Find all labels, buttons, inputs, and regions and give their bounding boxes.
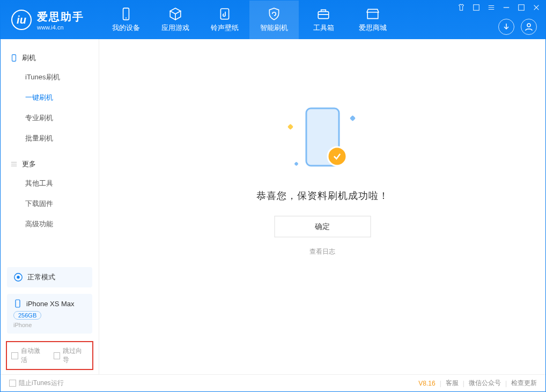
topbar-actions [498, 19, 537, 35]
nav-toolbox[interactable]: 工具箱 [299, 1, 348, 39]
cube-icon [168, 7, 182, 21]
logo[interactable]: iu 爱思助手 www.i4.cn [1, 10, 95, 31]
user-button[interactable] [521, 19, 537, 35]
svg-rect-3 [318, 12, 329, 19]
svg-point-6 [527, 24, 530, 27]
svg-rect-5 [519, 5, 525, 11]
device-name: iPhone XS Max [26, 300, 75, 308]
sidebar-item-itunes-flash[interactable]: iTunes刷机 [1, 67, 99, 87]
sidebar-item-other-tools[interactable]: 其他工具 [1, 173, 99, 194]
menu-icon[interactable] [486, 3, 496, 12]
toolbox-icon [316, 7, 330, 21]
nav-store[interactable]: 爱思商城 [348, 1, 397, 39]
status-bar: 阻止iTunes运行 V8.16 | 客服 | 微信公众号 | 检查更新 [1, 374, 545, 391]
footer-link-wechat[interactable]: 微信公众号 [469, 379, 501, 388]
nav-apps-games[interactable]: 应用游戏 [151, 1, 200, 39]
sidebar-section-more: 更多 其他工具 下载固件 高级功能 [1, 152, 99, 238]
checkbox-icon [54, 352, 61, 359]
nav-ringtones[interactable]: 铃声壁纸 [200, 1, 249, 39]
shirt-icon[interactable] [456, 3, 466, 12]
checkbox-auto-activate[interactable]: 自动激活 [11, 346, 46, 365]
app-window: iu 爱思助手 www.i4.cn 我的设备 应用游戏 铃声壁纸 智能刷机 [0, 0, 546, 392]
device-mode-label: 正常模式 [27, 272, 55, 282]
footer-link-service[interactable]: 客服 [446, 379, 459, 388]
window-controls [456, 3, 541, 12]
svg-point-9 [17, 276, 19, 278]
check-badge-icon [327, 146, 347, 166]
shield-refresh-icon [267, 7, 281, 21]
store-icon [366, 7, 380, 21]
version-label: V8.16 [418, 380, 435, 387]
checkbox-highlight-box: 自动激活 跳过向导 [6, 341, 93, 370]
device-mode-block[interactable]: 正常模式 [7, 267, 92, 287]
music-file-icon [218, 7, 232, 21]
body: 刷机 iTunes刷机 一键刷机 专业刷机 批量刷机 更多 其他工具 下载固件 … [1, 39, 545, 374]
success-message: 恭喜您，保资料刷机成功啦！ [256, 189, 389, 202]
main-content: 恭喜您，保资料刷机成功啦！ 确定 查看日志 [99, 39, 545, 374]
device-info-block[interactable]: iPhone XS Max 256GB iPhone [7, 294, 92, 334]
sidebar-item-pro-flash[interactable]: 专业刷机 [1, 108, 99, 128]
checkbox-icon [9, 380, 16, 387]
checkbox-block-itunes[interactable]: 阻止iTunes运行 [9, 379, 64, 388]
view-log-link[interactable]: 查看日志 [309, 247, 335, 256]
app-name-cn: 爱思助手 [37, 10, 84, 24]
device-platform: iPhone [13, 322, 86, 328]
sidebar-item-one-click-flash[interactable]: 一键刷机 [1, 87, 99, 108]
sparkle-icon [349, 115, 355, 121]
list-icon [10, 160, 18, 168]
sidebar-item-download-firmware[interactable]: 下载固件 [1, 194, 99, 214]
sidebar-item-batch-flash[interactable]: 批量刷机 [1, 128, 99, 149]
svg-rect-4 [474, 5, 479, 11]
checkbox-skip-guide[interactable]: 跳过向导 [54, 346, 88, 365]
mode-icon [13, 272, 23, 282]
device-icon [10, 54, 18, 62]
app-name-en: www.i4.cn [37, 24, 84, 31]
nav-my-device[interactable]: 我的设备 [101, 1, 151, 39]
sidebar-item-advanced[interactable]: 高级功能 [1, 214, 99, 234]
sidebar-header-flash[interactable]: 刷机 [1, 49, 99, 67]
maximize-button[interactable] [517, 3, 526, 12]
topbar: iu 爱思助手 www.i4.cn 我的设备 应用游戏 铃声壁纸 智能刷机 [1, 1, 545, 39]
success-panel: 恭喜您，保资料刷机成功啦！ 确定 查看日志 [256, 104, 389, 256]
sidebar-section-flash: 刷机 iTunes刷机 一键刷机 专业刷机 批量刷机 [1, 46, 99, 152]
svg-rect-2 [220, 9, 228, 19]
close-button[interactable] [532, 3, 541, 12]
svg-point-1 [126, 18, 127, 19]
sparkle-icon [287, 123, 293, 129]
footer-link-update[interactable]: 检查更新 [511, 379, 537, 388]
sidebar-header-more[interactable]: 更多 [1, 155, 99, 173]
logo-icon: iu [11, 10, 32, 30]
sparkle-icon [294, 161, 298, 166]
success-illustration [285, 104, 360, 179]
device-icon [13, 299, 22, 308]
sidebar: 刷机 iTunes刷机 一键刷机 专业刷机 批量刷机 更多 其他工具 下载固件 … [1, 39, 99, 374]
feedback-icon[interactable] [471, 3, 481, 12]
download-button[interactable] [498, 19, 514, 35]
device-capacity: 256GB [13, 311, 41, 320]
nav-flash[interactable]: 智能刷机 [249, 1, 299, 39]
svg-rect-10 [16, 300, 20, 307]
phone-icon [119, 7, 133, 21]
minimize-button[interactable] [501, 3, 511, 12]
ok-button[interactable]: 确定 [274, 216, 371, 237]
top-nav: 我的设备 应用游戏 铃声壁纸 智能刷机 工具箱 爱思商城 [101, 1, 397, 39]
checkbox-icon [11, 352, 18, 359]
svg-rect-7 [12, 55, 16, 61]
